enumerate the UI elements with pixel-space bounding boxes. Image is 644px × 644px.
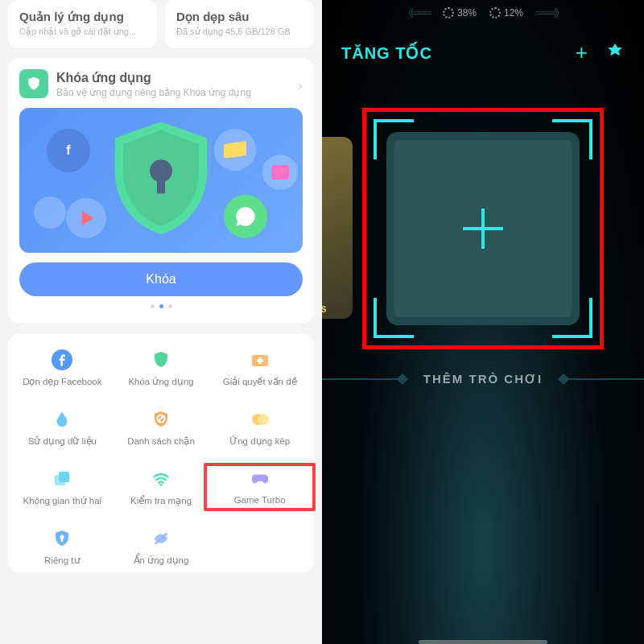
thumb-label: ES (322, 305, 326, 314)
app-lock-header[interactable]: Khóa ứng dụng Bảo vệ ứng dụng riêng bằng… (19, 69, 303, 98)
plus-icon (463, 208, 503, 249)
firstaid-icon (249, 349, 271, 371)
card-title: Dọn dẹp sâu (176, 10, 303, 24)
add-game-label: THÊM TRÒ CHƠI (322, 372, 644, 386)
chevron-right-icon: › (298, 77, 303, 94)
tool-second-space[interactable]: Không gian thứ hai (13, 468, 112, 506)
gear-icon (443, 7, 454, 19)
status-bar: ⟪═══ 38% 12% ═══⟫ (322, 6, 644, 19)
svg-rect-1 (157, 175, 165, 193)
tool-blocklist[interactable]: Danh sách chặn (112, 408, 211, 447)
game-thumbnail[interactable]: ES (322, 137, 353, 319)
wifi-icon (150, 468, 172, 490)
fb-icon (51, 349, 73, 371)
shield-icon (150, 349, 172, 371)
tool-hide-apps[interactable]: Ẩn ứng dụng (112, 527, 211, 566)
tools-grid: Dọn dẹp Facebook Khóa ứng dụng Giải quyế… (8, 334, 314, 572)
lock-button[interactable]: Khóa (19, 262, 303, 296)
tool-solve-problems[interactable]: Giải quyết vấn đề (210, 349, 309, 387)
tool-data-usage[interactable]: Sử dụng dữ liệu (13, 408, 112, 447)
svg-point-9 (258, 414, 269, 425)
tool-label: Sử dụng dữ liệu (28, 436, 97, 447)
app-lock-section: Khóa ứng dụng Bảo vệ ứng dụng riêng bằng… (8, 58, 314, 323)
app-lock-illustration: f (19, 108, 303, 253)
card-sub: Cập nhật và gỡ cài đặt ứng... (19, 27, 146, 37)
gpu-stat: 12% (489, 7, 523, 19)
lock-title: Khóa ứng dụng (56, 70, 251, 85)
tool-label: Khóa ứng dụng (128, 376, 193, 387)
tool-label: Không gian thứ hai (23, 495, 102, 506)
card-deep-clean[interactable]: Dọn dẹp sâu Đã sử dụng 45,6 GB/128 GB (165, 0, 314, 48)
highlight-box (204, 463, 316, 511)
security-app-panel: Quản lý ứng dụng Cập nhật và gỡ cài đặt … (0, 0, 322, 644)
tool-dual-apps[interactable]: Ứng dụng kép (210, 408, 309, 447)
hide-icon (150, 527, 172, 550)
lock-sub: Bảo vệ ứng dụng riêng bằng Khóa ứng dụng (56, 87, 251, 98)
tool-label: Danh sách chặn (127, 436, 195, 447)
shield-icon (19, 69, 48, 98)
svg-rect-14 (61, 538, 64, 542)
tool-network-test[interactable]: Kiểm tra mạng (112, 468, 211, 506)
svg-rect-11 (59, 472, 69, 482)
privacy-icon (51, 527, 73, 550)
drop-icon (51, 408, 73, 431)
tool-facebook-cleanup[interactable]: Dọn dẹp Facebook (13, 349, 112, 387)
cpu-stat: 38% (443, 7, 477, 19)
tool-privacy[interactable]: Riêng tư (13, 527, 112, 566)
game-turbo-panel: ⟪═══ 38% 12% ═══⟫ TĂNG TỐC + ES THÊM TRÒ… (322, 0, 644, 644)
block-icon (150, 408, 172, 431)
tool-label: Giải quyết vấn đề (223, 376, 297, 387)
gear-icon (489, 7, 501, 19)
tool-label: Kiểm tra mạng (130, 495, 192, 506)
card-title: Quản lý ứng dụng (19, 10, 146, 24)
svg-rect-5 (257, 360, 263, 362)
svg-point-12 (159, 484, 162, 486)
dual-icon (249, 408, 271, 431)
tool-label: Ứng dụng kép (229, 436, 290, 447)
tool-label: Dọn dẹp Facebook (23, 376, 101, 387)
tool-label: Ẩn ứng dụng (134, 555, 189, 566)
home-indicator (419, 640, 547, 644)
tool-label: Riêng tư (44, 555, 80, 566)
settings-icon[interactable] (605, 42, 625, 64)
pager-dots (19, 304, 303, 308)
page-title: TĂNG TỐC (341, 43, 432, 63)
stack-icon (51, 468, 73, 490)
card-manage-apps[interactable]: Quản lý ứng dụng Cập nhật và gỡ cài đặt … (8, 0, 157, 48)
tool-game-turbo[interactable]: Game Turbo (210, 468, 309, 506)
add-game-slot[interactable] (386, 132, 580, 325)
add-game-highlight (362, 108, 604, 349)
shield-lock-icon (109, 122, 213, 234)
add-icon[interactable]: + (576, 40, 588, 65)
tool-app-lock[interactable]: Khóa ứng dụng (112, 349, 211, 387)
card-sub: Đã sử dụng 45,6 GB/128 GB (176, 27, 303, 37)
